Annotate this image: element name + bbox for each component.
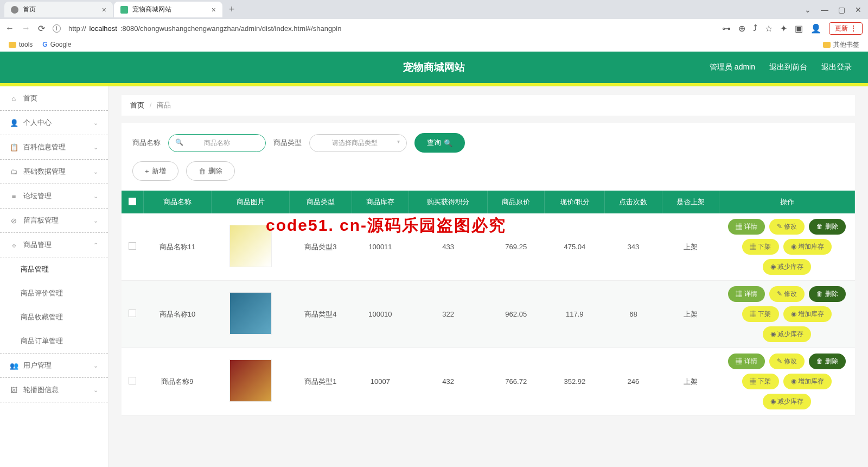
row-checkbox[interactable]	[129, 242, 136, 250]
detail-button[interactable]: ▦ 详情	[728, 219, 764, 235]
close-window-icon[interactable]: ✕	[855, 5, 861, 14]
cell-name: 商品名称10	[143, 281, 212, 348]
sidebar-sub-product-favorites[interactable]: 商品收藏管理	[0, 305, 108, 329]
tab-title: 宠物商城网站	[132, 5, 171, 14]
share-icon[interactable]: ⤴	[753, 23, 757, 33]
star-icon[interactable]: ☆	[765, 23, 773, 34]
sidebar-item-personal[interactable]: 👤个人中心⌄	[0, 111, 108, 135]
detail-button[interactable]: ▦ 详情	[728, 286, 764, 302]
back-icon[interactable]: ←	[5, 23, 14, 33]
plus-icon: +	[145, 167, 149, 175]
to-frontend-link[interactable]: 退出到前台	[769, 62, 807, 72]
cell-orig: 962.05	[488, 281, 545, 348]
chevron-down-icon[interactable]: ⌄	[805, 5, 811, 14]
sidepanel-icon[interactable]: ▣	[795, 23, 803, 34]
cell-type: 商品类型4	[289, 281, 352, 348]
gtranslate-icon[interactable]: ⊕	[738, 23, 745, 34]
edit-button[interactable]: ✎ 修改	[769, 219, 805, 235]
reduce-stock-button[interactable]: ◉ 减少库存	[763, 259, 811, 275]
delete-row-button[interactable]: 🗑 删除	[809, 219, 845, 235]
sidebar-sub-product-reviews[interactable]: 商品评价管理	[0, 281, 108, 305]
new-tab-button[interactable]: +	[224, 2, 240, 17]
detail-button[interactable]: ▦ 详情	[728, 354, 764, 369]
bookmark-google[interactable]: GGoogle	[42, 41, 71, 48]
sidebar-item-forum[interactable]: ≡论坛管理⌄	[0, 184, 108, 209]
tab-title: 首页	[23, 5, 36, 14]
product-type-select[interactable]: 请选择商品类型 ▾	[309, 134, 407, 152]
product-image[interactable]	[229, 225, 272, 267]
sidebar-sub-product-orders[interactable]: 商品订单管理	[0, 329, 108, 354]
product-table: 商品名称 商品图片 商品类型 商品库存 购买获得积分 商品原价 现价/积分 点击…	[122, 191, 855, 415]
chevron-down-icon: ⌄	[93, 119, 98, 127]
cell-points: 432	[409, 348, 488, 415]
row-checkbox[interactable]	[129, 310, 136, 317]
sidebar-item-users[interactable]: 👥用户管理⌄	[0, 354, 108, 378]
sidebar-item-products[interactable]: ⟐商品管理⌃	[0, 233, 108, 257]
sidebar-home[interactable]: ⌂ 首页	[0, 86, 108, 111]
app-title: 宠物商城网站	[403, 60, 465, 74]
browser-tab-home[interactable]: 首页 ×	[4, 2, 113, 17]
filter-name-label: 商品名称	[132, 138, 161, 148]
add-stock-button[interactable]: ◉ 增加库存	[783, 239, 832, 255]
sidebar-item-wiki[interactable]: 📋百科信息管理⌄	[0, 135, 108, 160]
cell-type: 商品类型3	[289, 213, 352, 281]
reload-icon[interactable]: ⟳	[38, 23, 45, 34]
th-checkbox	[122, 191, 143, 213]
breadcrumb-home[interactable]: 首页	[130, 101, 144, 109]
chevron-down-icon: ⌄	[93, 362, 98, 369]
select-all-checkbox[interactable]	[129, 198, 136, 205]
maximize-icon[interactable]: ▢	[838, 5, 845, 14]
th-name: 商品名称	[143, 191, 212, 213]
cell-now: 475.04	[545, 213, 605, 281]
add-stock-button[interactable]: ◉ 增加库存	[783, 306, 832, 322]
close-icon[interactable]: ×	[102, 5, 106, 14]
sidebar-sub-product-mgmt[interactable]: 商品管理	[0, 257, 108, 281]
forward-icon[interactable]: →	[22, 23, 30, 33]
search-icon: 🔍	[444, 139, 452, 147]
logout-link[interactable]: 退出登录	[821, 62, 852, 72]
delete-row-button[interactable]: 🗑 删除	[809, 354, 845, 369]
url-input[interactable]: http://localhost:8080/chongwushangchengw…	[68, 24, 714, 33]
bookmark-other[interactable]: 其他书签	[823, 40, 859, 49]
key-icon[interactable]: ⊶	[722, 23, 731, 34]
profile-icon[interactable]: 👤	[810, 23, 821, 34]
off-shelf-button[interactable]: ▦ 下架	[742, 306, 778, 322]
sidebar-item-basedata[interactable]: 🗂基础数据管理⌄	[0, 160, 108, 184]
off-shelf-button[interactable]: ▦ 下架	[742, 374, 778, 389]
extensions-icon[interactable]: ✦	[780, 23, 787, 34]
add-stock-button[interactable]: ◉ 增加库存	[783, 374, 832, 389]
update-button[interactable]: 更新⋮	[829, 22, 863, 35]
edit-button[interactable]: ✎ 修改	[769, 354, 805, 369]
cell-stock: 100011	[352, 213, 409, 281]
minimize-icon[interactable]: —	[821, 5, 828, 14]
reduce-stock-button[interactable]: ◉ 减少库存	[763, 394, 811, 409]
address-bar: ← → ⟳ i http://localhost:8080/chongwusha…	[0, 19, 868, 37]
sidebar-item-guestbook[interactable]: ⊘留言板管理⌄	[0, 209, 108, 233]
search-button[interactable]: 查询🔍	[414, 133, 465, 153]
reduce-stock-button[interactable]: ◉ 减少库存	[763, 326, 811, 342]
box-icon: ⟐	[10, 241, 18, 249]
bookmark-tools[interactable]: tools	[9, 41, 33, 48]
add-button[interactable]: +新增	[132, 161, 178, 181]
th-type: 商品类型	[289, 191, 352, 213]
edit-button[interactable]: ✎ 修改	[769, 286, 805, 302]
sidebar-item-carousel[interactable]: 🖼轮播图信息⌄	[0, 378, 108, 402]
home-icon: ⌂	[10, 94, 18, 103]
info-icon[interactable]: i	[53, 24, 61, 33]
users-icon: 👥	[10, 362, 18, 370]
product-image[interactable]	[229, 359, 272, 402]
delete-row-button[interactable]: 🗑 删除	[809, 286, 845, 302]
app-header: 宠物商城网站 管理员 admin 退出到前台 退出登录	[0, 52, 868, 83]
close-icon[interactable]: ×	[212, 5, 216, 14]
admin-label[interactable]: 管理员 admin	[710, 62, 755, 72]
row-checkbox[interactable]	[129, 377, 136, 384]
google-icon: G	[42, 41, 47, 48]
product-image[interactable]	[229, 292, 272, 335]
product-name-input[interactable]: 🔍 商品名称	[168, 134, 266, 152]
off-shelf-button[interactable]: ▦ 下架	[742, 239, 778, 255]
delete-button[interactable]: 🗑删除	[186, 161, 235, 181]
chevron-down-icon: ▾	[397, 138, 400, 144]
cell-image	[212, 213, 290, 281]
chevron-down-icon: ⌄	[93, 387, 98, 394]
browser-tab-app[interactable]: 宠物商城网站 ×	[114, 2, 222, 17]
